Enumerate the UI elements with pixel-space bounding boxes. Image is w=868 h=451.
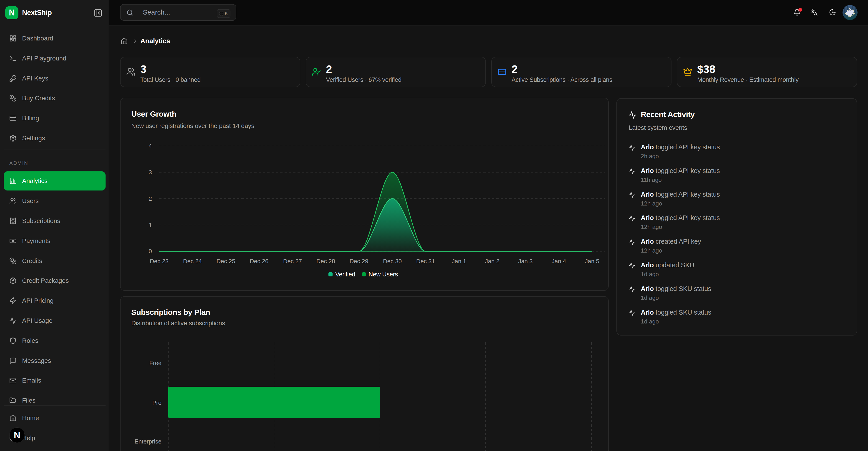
svg-text:Dec 28: Dec 28: [316, 258, 335, 265]
svg-text:0: 0: [149, 248, 152, 255]
svg-text:Free: Free: [150, 360, 161, 366]
svg-text:Jan 2: Jan 2: [485, 258, 499, 265]
svg-text:Dec 27: Dec 27: [283, 258, 302, 265]
svg-text:Jan 4: Jan 4: [552, 258, 566, 265]
svg-text:Dec 24: Dec 24: [183, 258, 202, 265]
svg-text:3: 3: [149, 169, 152, 176]
svg-text:Dec 31: Dec 31: [416, 258, 435, 265]
svg-text:Jan 5: Jan 5: [585, 258, 599, 265]
svg-text:4: 4: [149, 142, 152, 149]
svg-text:Jan 3: Jan 3: [518, 258, 533, 265]
svg-text:Enterprise: Enterprise: [135, 438, 162, 445]
svg-text:1: 1: [149, 222, 152, 228]
svg-text:Pro: Pro: [152, 399, 161, 406]
svg-text:Dec 26: Dec 26: [250, 258, 269, 265]
svg-text:Dec 23: Dec 23: [150, 258, 168, 265]
svg-text:Dec 29: Dec 29: [350, 258, 368, 265]
svg-text:2: 2: [149, 195, 152, 202]
svg-text:Verified: Verified: [335, 271, 355, 278]
svg-text:Jan 1: Jan 1: [452, 258, 466, 265]
svg-text:Dec 30: Dec 30: [383, 258, 402, 265]
svg-text:New Users: New Users: [369, 271, 398, 278]
svg-text:Dec 25: Dec 25: [217, 258, 235, 265]
